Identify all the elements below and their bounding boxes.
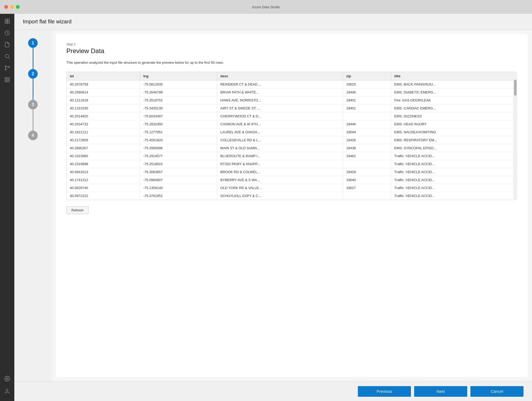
table-cell: -75.6033497	[140, 112, 217, 120]
svg-rect-10	[5, 78, 7, 79]
table-cell: 19044	[343, 128, 391, 136]
table-cell: CHERRYWOOD CT & D...	[217, 112, 343, 120]
sidebar-icon-history[interactable]	[2, 28, 12, 38]
table-row: 40.1741312-75.0984907BYBERRY AVE & S WA.…	[67, 176, 517, 184]
table-row: 40.0841613-75.3083857BROOK RD & COLWEL..…	[67, 168, 517, 176]
table-cell: COLLEGEVILLE RD & L...	[217, 136, 343, 144]
scrollbar-track[interactable]	[513, 72, 517, 200]
table-cell: BLUEROUTE & RAMP I...	[217, 152, 343, 160]
minimize-button[interactable]	[10, 5, 14, 9]
sidebar-icon-grid[interactable]	[2, 74, 12, 85]
svg-line-6	[8, 57, 9, 58]
step-circle-4: 4	[28, 131, 38, 140]
col-header-title: title	[391, 72, 517, 80]
table-cell: 40.2580614	[67, 88, 140, 96]
table-cell: BRIAR PATH & WHITE...	[217, 88, 343, 96]
step-circle-3: 3	[28, 100, 38, 109]
svg-point-14	[6, 378, 8, 379]
table-cell: 40.1023985	[67, 152, 140, 160]
table-cell: 40.2514920	[67, 112, 140, 120]
table-row: 40.2319898-75.2518915RT202 PKWY & KNAPP.…	[67, 160, 517, 168]
table-row: 40.2514920-75.6033497CHERRYWOOD CT & D..…	[67, 112, 517, 120]
svg-rect-0	[5, 19, 7, 21]
col-header-desc: desc	[217, 72, 343, 80]
cancel-button[interactable]: Cancel	[470, 386, 524, 397]
content-area: Import flat file wizard 1 2 3 4	[14, 14, 532, 401]
sidebar-icon-search[interactable]	[2, 51, 12, 62]
step-label: Step 2	[66, 42, 517, 46]
table-cell: 19040	[343, 176, 391, 184]
table-row: 40.1161530-75.3435130AIRY ST & SWEDE ST;…	[67, 104, 517, 112]
table-cell: EMS: DIZZINESS	[391, 112, 517, 120]
table-wrapper: lat lng desc zip title 40.2978759-75.581…	[66, 72, 517, 200]
sidebar	[0, 14, 14, 401]
steps-panel: 1 2 3 4	[14, 30, 52, 381]
table-cell: 19027	[343, 184, 391, 192]
svg-point-7	[5, 66, 6, 67]
table-cell: Traffic: VEHICLE ACCID...	[391, 192, 517, 200]
table-cell: 19426	[343, 136, 391, 144]
table-cell: 40.2172859	[67, 136, 140, 144]
table-cell: EMS: CARDIAC EMERG...	[391, 104, 517, 112]
table-row: 40.1211818-75.3519752HAWS AVE; NORRISTO.…	[67, 96, 517, 104]
previous-button[interactable]: Previous	[358, 386, 411, 397]
table-cell: -75.0984907	[140, 176, 217, 184]
table-cell: -75.2914577	[140, 152, 217, 160]
sidebar-icon-git[interactable]	[2, 63, 12, 73]
svg-point-15	[6, 389, 8, 391]
table-cell: -75.5812935	[140, 80, 217, 88]
table-row: 40.2580614-75.2646799BRIAR PATH & WHITE.…	[67, 88, 517, 96]
window-controls	[4, 5, 20, 9]
table-cell: 40.2319898	[67, 160, 140, 168]
main-content: Step 2 Preview Data This operation analy…	[56, 34, 528, 377]
table-cell: 19446	[343, 88, 391, 96]
table-cell: 19401	[343, 104, 391, 112]
table-cell: Fire: GAS-ODOR/LEAK	[391, 96, 517, 104]
svg-rect-3	[7, 22, 9, 23]
preview-title: Preview Data	[66, 47, 517, 55]
svg-rect-12	[5, 80, 7, 82]
sidebar-icon-account[interactable]	[2, 386, 12, 397]
refresh-button[interactable]: Refresh	[66, 206, 89, 214]
table-cell: 40.0972222	[67, 192, 140, 200]
close-button[interactable]	[4, 5, 8, 9]
table-cell: SCHUYLKILL EXPY & C...	[217, 192, 343, 200]
table-cell: BYBERRY AVE & S WA...	[217, 176, 343, 184]
table-cell: REINDEER CT & DEAD ...	[217, 80, 343, 88]
table-row: 40.0972222-75.3761952SCHUYLKILL EXPY & C…	[67, 192, 517, 200]
table-cell	[343, 192, 391, 200]
table-cell: BROOK RD & COLWEL...	[217, 168, 343, 176]
svg-point-5	[5, 54, 9, 58]
table-cell: CANNON AVE & W 9TH...	[217, 120, 343, 128]
maximize-button[interactable]	[16, 5, 20, 9]
sidebar-icon-explorer[interactable]	[2, 16, 12, 27]
svg-rect-11	[8, 78, 9, 79]
app-title: Azure Data Studio	[252, 5, 280, 9]
table-cell: -75.3995896	[140, 144, 217, 152]
table-cell: -75.1359140	[140, 184, 217, 192]
data-table: lat lng desc zip title 40.2978759-75.581…	[67, 72, 517, 200]
table-cell: EMS: DIABETIC EMERG...	[391, 88, 517, 96]
table-row: 40.0629740-75.1359140OLD YORK RD & VALLE…	[67, 184, 517, 192]
scrollbar-thumb[interactable]	[514, 80, 517, 96]
table-cell: -75.3519752	[140, 96, 217, 104]
table-cell: EMS: BACK PAINS/INJU...	[391, 80, 517, 88]
sidebar-icon-settings[interactable]	[2, 373, 12, 384]
table-cell: 40.0629740	[67, 184, 140, 192]
table-cell: 40.1211818	[67, 96, 140, 104]
table-cell: Traffic: VEHICLE ACCID...	[391, 176, 517, 184]
table-cell: Traffic: VEHICLE ACCID...	[391, 160, 517, 168]
table-cell: 40.2534732	[67, 120, 140, 128]
table-cell: -75.3435130	[140, 104, 217, 112]
wizard-title: Import flat file wizard	[23, 19, 71, 24]
table-cell: LAUREL AVE & OAKDA...	[217, 128, 343, 136]
next-button[interactable]: Next	[414, 386, 467, 397]
table-cell: AIRY ST & SWEDE ST; ...	[217, 104, 343, 112]
table-cell: Traffic: VEHICLE ACCID...	[391, 184, 517, 192]
table-cell: EMS: RESPIRATORY EM...	[391, 136, 517, 144]
svg-point-8	[5, 69, 6, 70]
sidebar-icon-documents[interactable]	[2, 39, 12, 50]
table-cell: 19525	[343, 80, 391, 88]
table-cell: 19438	[343, 144, 391, 152]
svg-rect-13	[8, 80, 9, 82]
